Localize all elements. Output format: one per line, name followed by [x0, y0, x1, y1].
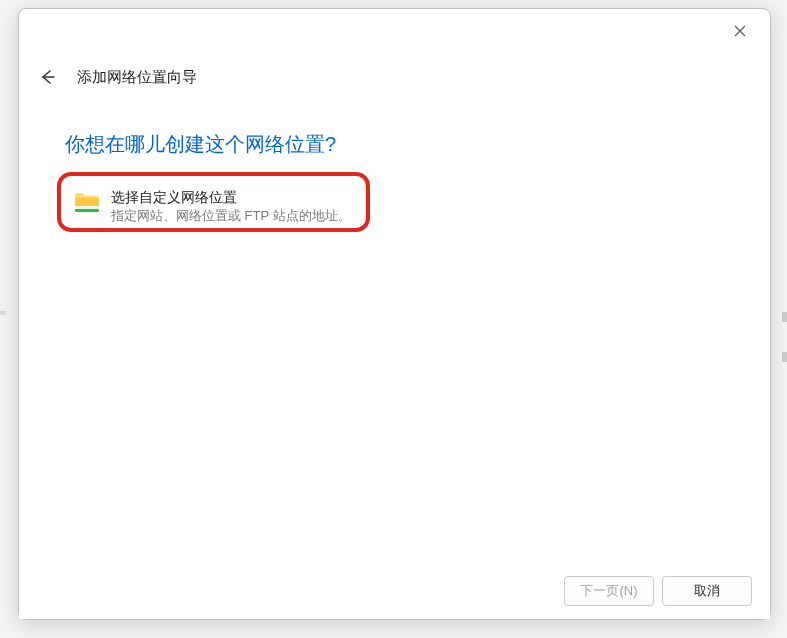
header-row: 添加网络位置向导 — [19, 53, 770, 103]
svg-rect-0 — [75, 209, 99, 212]
option-text-block: 选择自定义网络位置 指定网站、网络位置或 FTP 站点的地址。 — [111, 186, 351, 225]
background-decoration — [782, 312, 787, 322]
back-arrow-icon — [38, 68, 56, 86]
svg-rect-1 — [75, 206, 99, 209]
custom-location-option[interactable]: 选择自定义网络位置 指定网站、网络位置或 FTP 站点的地址。 — [69, 180, 728, 231]
wizard-dialog: 添加网络位置向导 你想在哪儿创建这个网络位置? 选择自定义网络位置 指定网站、网… — [18, 8, 771, 620]
content-area: 你想在哪儿创建这个网络位置? 选择自定义网络位置 指定网站、网络位置或 FTP … — [19, 103, 770, 563]
close-icon — [734, 25, 746, 37]
folder-network-icon — [73, 189, 101, 217]
back-button[interactable] — [31, 61, 63, 93]
option-description: 指定网站、网络位置或 FTP 站点的地址。 — [111, 207, 351, 225]
wizard-title: 添加网络位置向导 — [77, 68, 197, 87]
cancel-button[interactable]: 取消 — [662, 576, 752, 606]
page-heading: 你想在哪儿创建这个网络位置? — [65, 131, 728, 158]
close-button[interactable] — [718, 15, 762, 47]
footer-buttons: 下一页(N) 取消 — [19, 563, 770, 619]
background-decoration — [0, 311, 6, 315]
option-title: 选择自定义网络位置 — [111, 188, 351, 206]
title-bar — [19, 9, 770, 53]
background-decoration — [782, 352, 787, 362]
next-button[interactable]: 下一页(N) — [564, 576, 654, 606]
